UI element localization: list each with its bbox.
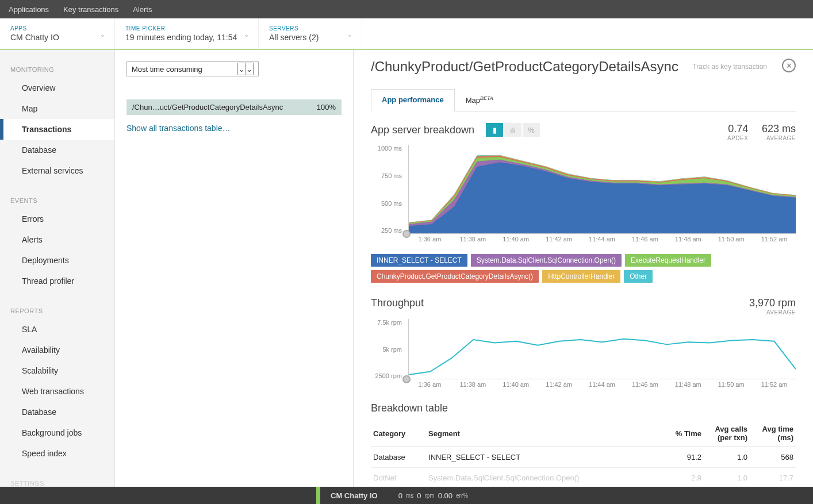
chevron-down-icon: ⌄ [99,29,106,38]
throughput-title: Throughput [371,297,424,309]
transaction-row[interactable]: /Chun…uct/GetProductCategoryDetailsAsync… [126,99,342,115]
chart-legend: INNER_SELECT - SELECTSystem.Data.SqlClie… [371,254,796,283]
average-label: AVERAGE [762,135,796,141]
col-avg-calls[interactable]: Avg calls (per txn) [704,420,750,447]
servers-selector[interactable]: SERVERS All servers (2) ⌄ [259,18,362,49]
sidebar-item-background-jobs[interactable]: Background jobs [0,422,114,443]
nav-alerts[interactable]: Alerts [133,5,152,14]
servers-selector-value: All servers (2) [269,33,351,42]
transaction-row-pct: 100% [317,103,336,111]
selector-bar: APPS CM Chatty IO ⌄ TIME PICKER 19 minut… [0,18,813,50]
table-row[interactable]: DotNetSystem.Data.SqlClient.SqlConnectio… [371,468,796,487]
sidebar-item-availability[interactable]: Availability [0,340,114,360]
sort-select[interactable]: Most time consuming ⌄ ⌄ [126,61,259,76]
sidebar-item-map[interactable]: Map [0,98,114,119]
sidebar-item-external-services[interactable]: External services [0,160,114,181]
throughput-label: AVERAGE [749,309,796,316]
sidebar-item-web-transactions[interactable]: Web transactions [0,381,114,402]
sidebar-item-overview[interactable]: Overview [0,78,114,98]
sidebar-section-events: EVENTS [0,193,114,209]
sidebar-item-errors[interactable]: Errors [0,209,114,229]
transaction-row-name: /Chun…uct/GetProductCategoryDetailsAsync [132,103,283,111]
legend-chip[interactable]: HttpControllerHandler [542,270,620,283]
legend-chip[interactable]: ExecuteRequestHandler [625,254,711,267]
sidebar-section-monitoring: MONITORING [0,61,114,78]
sidebar-item-scalability[interactable]: Scalability [0,360,114,381]
time-picker[interactable]: TIME PICKER 19 minutes ending today, 11:… [115,18,259,49]
app-server-breakdown-chart[interactable]: 250 ms500 ms750 ms1000 ms 1:36 am11:38 a… [371,145,796,248]
track-key-transaction-link[interactable]: Track as key transaction [692,63,767,71]
table-row[interactable]: DatabaseINNER_SELECT - SELECT91.21.0568 [371,447,796,468]
throughput-value: 3,970 rpm [749,297,796,309]
chevron-down-icon: ⌄ [347,29,353,38]
transactions-list-panel: Most time consuming ⌄ ⌄ /Chun…uct/GetPro… [115,50,354,487]
sidebar-section-settings: SETTINGS [0,475,114,487]
sidebar-item-thread-profiler[interactable]: Thread profiler [0,271,114,291]
legend-chip[interactable]: Other [624,270,653,283]
dropdown-icon[interactable]: ⌄ [237,63,246,75]
col-category[interactable]: Category [371,420,426,447]
apdex-label: APDEX [727,135,748,141]
chevron-down-icon: ⌄ [243,29,250,38]
top-nav: Applications Key transactions Alerts [0,0,813,18]
sidebar-item-sla[interactable]: SLA [0,319,114,340]
average-value: 623 ms [762,123,796,135]
breakdown-table-title: Breakdown table [371,402,796,414]
sidebar-item-database[interactable]: Database [0,140,114,160]
tab-map[interactable]: MapBETA [455,89,504,111]
time-picker-label: TIME PICKER [125,25,248,32]
chevron-down-icon[interactable]: ⌄ [246,63,254,75]
sidebar-item-deployments[interactable]: Deployments [0,250,114,271]
legend-chip[interactable]: ChunkyProduct.GetProductCategoryDetailsA… [371,270,539,283]
detail-tabs: App performance MapBETA [371,89,796,111]
sidebar-item-alerts[interactable]: Alerts [0,229,114,250]
nav-key-transactions[interactable]: Key transactions [63,5,118,14]
legend-chip[interactable]: System.Data.SqlClient.SqlConnection.Open… [471,254,622,267]
time-picker-value: 19 minutes ending today, 11:54 [125,33,248,42]
nav-applications[interactable]: Applications [9,5,49,14]
apdex-value: 0.74 [727,123,748,135]
sidebar-item-transactions[interactable]: Transactions [0,119,114,140]
apps-selector-value: CM Chatty IO [10,33,104,42]
sort-select-value: Most time consuming [132,65,202,74]
throughput-chart[interactable]: 2500 rpm5k rpm7.5k rpm 1:36 am11:38 am11… [371,319,796,394]
tab-app-performance[interactable]: App performance [371,89,455,111]
area-chart-icon[interactable]: ▮ [486,123,503,137]
col-pct-time[interactable]: % Time [658,420,704,447]
sidebar-item-speed-index[interactable]: Speed index [0,443,114,464]
show-all-transactions-link[interactable]: Show all transactions table… [126,124,342,133]
sidebar-item-database-report[interactable]: Database [0,402,114,422]
legend-chip[interactable]: INNER_SELECT - SELECT [371,254,467,267]
apps-selector[interactable]: APPS CM Chatty IO ⌄ [0,18,115,49]
percent-icon[interactable]: % [523,123,540,137]
servers-selector-label: SERVERS [269,25,351,32]
beta-badge: BETA [480,95,493,101]
close-icon[interactable]: ✕ [782,59,796,72]
apps-selector-label: APPS [10,25,104,32]
transaction-detail-panel: /ChunkyProduct/GetProductCategoryDetails… [354,50,813,487]
breakdown-table: Category Segment % Time Avg calls (per t… [371,420,796,487]
sidebar: MONITORING Overview Map Transactions Dat… [0,50,115,487]
sidebar-section-reports: REPORTS [0,303,114,319]
bar-chart-icon[interactable]: ılı [504,123,521,137]
app-server-breakdown-title: App server breakdown [371,124,474,136]
col-avg-time[interactable]: Avg time (ms) [750,420,796,447]
col-segment[interactable]: Segment [426,420,658,447]
